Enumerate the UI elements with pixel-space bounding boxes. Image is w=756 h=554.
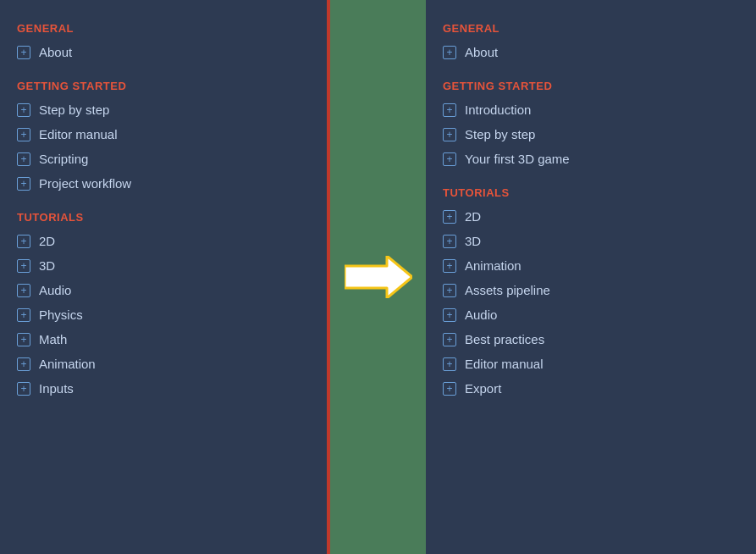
right-animation-label: Animation xyxy=(465,258,521,273)
right-general-header: GENERAL xyxy=(426,14,756,40)
right-export-item[interactable]: + Export xyxy=(426,376,756,401)
left-2d-item[interactable]: + 2D xyxy=(0,229,327,253)
right-arrow-icon xyxy=(345,256,412,298)
expand-icon: + xyxy=(17,284,30,297)
left-3d-item[interactable]: + 3D xyxy=(0,253,327,278)
expand-icon: + xyxy=(17,382,30,396)
expand-icon: + xyxy=(443,46,456,59)
right-editor-manual-label: Editor manual xyxy=(465,357,544,371)
left-scripting-label: Scripting xyxy=(39,152,88,166)
left-getting-started-header: GETTING STARTED xyxy=(0,71,327,97)
right-step-by-step-label: Step by step xyxy=(465,127,535,141)
expand-icon: + xyxy=(443,259,456,273)
right-3d-item[interactable]: + 3D xyxy=(426,229,756,253)
right-getting-started-header: GETTING STARTED xyxy=(426,71,756,97)
right-best-practices-label: Best practices xyxy=(465,332,544,346)
right-about-item[interactable]: + About xyxy=(426,40,756,64)
left-inputs-label: Inputs xyxy=(39,381,74,396)
right-assets-pipeline-label: Assets pipeline xyxy=(465,283,550,297)
left-audio-label: Audio xyxy=(39,283,71,297)
right-introduction-label: Introduction xyxy=(465,102,531,117)
right-first-3d-game-item[interactable]: + Your first 3D game xyxy=(426,147,756,171)
right-best-practices-item[interactable]: + Best practices xyxy=(426,327,756,352)
left-project-workflow-label: Project workflow xyxy=(39,176,131,191)
left-animation-item[interactable]: + Animation xyxy=(0,352,327,376)
left-project-workflow-item[interactable]: + Project workflow xyxy=(0,171,327,196)
right-animation-item[interactable]: + Animation xyxy=(426,253,756,278)
expand-icon: + xyxy=(443,382,456,396)
right-2d-label: 2D xyxy=(465,209,481,224)
svg-marker-0 xyxy=(345,256,412,298)
left-3d-label: 3D xyxy=(39,258,55,273)
left-about-label: About xyxy=(39,45,72,59)
expand-icon: + xyxy=(443,235,456,248)
right-introduction-item[interactable]: + Introduction xyxy=(426,97,756,122)
left-scripting-item[interactable]: + Scripting xyxy=(0,147,327,171)
left-inputs-item[interactable]: + Inputs xyxy=(0,376,327,401)
left-editor-manual-label: Editor manual xyxy=(39,127,118,141)
expand-icon: + xyxy=(17,128,30,141)
expand-icon: + xyxy=(443,152,456,166)
right-export-label: Export xyxy=(465,381,501,396)
expand-icon: + xyxy=(443,333,456,346)
expand-icon: + xyxy=(17,46,30,59)
expand-icon: + xyxy=(443,128,456,141)
right-first-3d-game-label: Your first 3D game xyxy=(465,152,570,166)
left-about-item[interactable]: + About xyxy=(0,40,327,64)
right-tutorials-header: TUTORIALS xyxy=(426,178,756,204)
right-3d-label: 3D xyxy=(465,234,481,248)
expand-icon: + xyxy=(443,357,456,371)
middle-section xyxy=(330,0,426,554)
expand-icon: + xyxy=(443,308,456,322)
left-step-by-step-item[interactable]: + Step by step xyxy=(0,97,327,122)
expand-icon: + xyxy=(17,333,30,346)
expand-icon: + xyxy=(443,103,456,117)
left-2d-label: 2D xyxy=(39,234,55,248)
left-panel: GENERAL + About GETTING STARTED + Step b… xyxy=(0,0,330,554)
expand-icon: + xyxy=(443,284,456,297)
left-math-item[interactable]: + Math xyxy=(0,327,327,352)
right-2d-item[interactable]: + 2D xyxy=(426,204,756,229)
expand-icon: + xyxy=(17,103,30,117)
left-physics-label: Physics xyxy=(39,307,83,322)
expand-icon: + xyxy=(17,308,30,322)
expand-icon: + xyxy=(17,357,30,371)
right-about-label: About xyxy=(465,45,498,59)
expand-icon: + xyxy=(17,259,30,273)
right-assets-pipeline-item[interactable]: + Assets pipeline xyxy=(426,278,756,302)
right-step-by-step-item[interactable]: + Step by step xyxy=(426,122,756,147)
right-audio-item[interactable]: + Audio xyxy=(426,302,756,327)
expand-icon: + xyxy=(17,152,30,166)
left-physics-item[interactable]: + Physics xyxy=(0,302,327,327)
expand-icon: + xyxy=(17,235,30,248)
left-step-by-step-label: Step by step xyxy=(39,102,109,117)
right-panel: GENERAL + About GETTING STARTED + Introd… xyxy=(426,0,756,554)
left-tutorials-header: TUTORIALS xyxy=(0,202,327,229)
left-general-header: GENERAL xyxy=(0,14,327,40)
left-audio-item[interactable]: + Audio xyxy=(0,278,327,302)
left-animation-label: Animation xyxy=(39,357,96,371)
expand-icon: + xyxy=(443,210,456,224)
expand-icon: + xyxy=(17,177,30,191)
right-editor-manual-item[interactable]: + Editor manual xyxy=(426,352,756,376)
left-editor-manual-item[interactable]: + Editor manual xyxy=(0,122,327,147)
right-audio-label: Audio xyxy=(465,307,497,322)
left-math-label: Math xyxy=(39,332,67,346)
